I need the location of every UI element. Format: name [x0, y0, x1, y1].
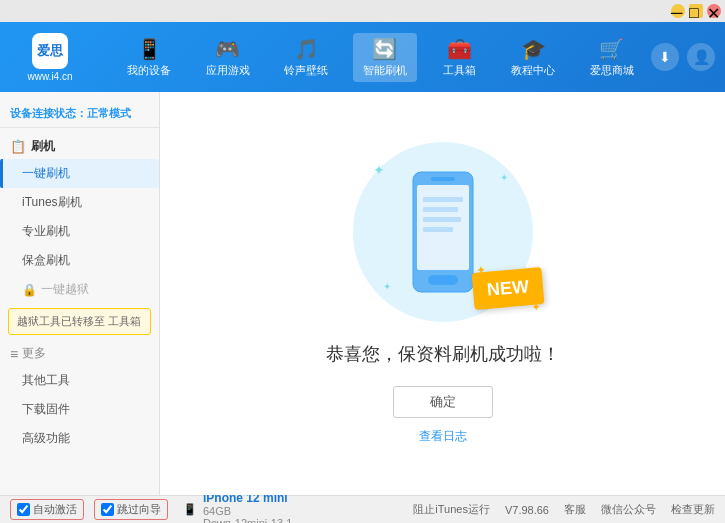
device-info: 📱 iPhone 12 mini 64GB Down-12mini-13,1: [183, 491, 292, 524]
main-area: 设备连接状态：正常模式 📋 刷机 一键刷机 iTunes刷机 专业刷机 保盒刷机…: [0, 92, 725, 495]
nav-my-device[interactable]: 📱 我的设备: [117, 33, 181, 82]
skip-guide-checkbox[interactable]: 跳过向导: [94, 499, 168, 520]
nav-items: 📱 我的设备 🎮 应用游戏 🎵 铃声壁纸 🔄 智能刷机 🧰 工具箱 🎓 教程中心…: [110, 33, 651, 82]
flash-section-label: 刷机: [31, 138, 55, 155]
shop-icon: 🛒: [599, 37, 624, 61]
apps-games-icon: 🎮: [215, 37, 240, 61]
device-phone-icon: 📱: [183, 503, 197, 516]
content-area: ✦ ✦ ✦: [160, 92, 725, 495]
svg-rect-4: [423, 197, 463, 202]
nav-tutorials-label: 教程中心: [511, 63, 555, 78]
nav-ringtones-label: 铃声壁纸: [284, 63, 328, 78]
nav-toolbox-label: 工具箱: [443, 63, 476, 78]
nav-tutorials[interactable]: 🎓 教程中心: [501, 33, 565, 82]
account-btn[interactable]: 👤: [687, 43, 715, 71]
auto-connect-label: 自动激活: [33, 502, 77, 517]
download-btn[interactable]: ⬇: [651, 43, 679, 71]
svg-rect-5: [423, 207, 458, 212]
sparkle-top-right: ✦: [500, 172, 508, 183]
one-click-flash-label: 一键刷机: [22, 166, 70, 180]
svg-rect-7: [423, 227, 453, 232]
bottom-right: 阻止iTunes运行 V7.98.66 客服 微信公众号 检查更新: [413, 502, 715, 517]
stop-itunes-label[interactable]: 阻止iTunes运行: [413, 502, 490, 517]
sidebar-item-advanced[interactable]: 高级功能: [0, 424, 159, 453]
download-firmware-label: 下载固件: [22, 402, 70, 416]
nav-smart-flash-label: 智能刷机: [363, 63, 407, 78]
skip-guide-input[interactable]: [101, 503, 114, 516]
nav-my-device-label: 我的设备: [127, 63, 171, 78]
tutorials-icon: 🎓: [521, 37, 546, 61]
device-capacity: 64GB: [203, 505, 292, 517]
success-message: 恭喜您，保资料刷机成功啦！: [326, 342, 560, 366]
logo-icon: 爱思: [32, 33, 68, 69]
nav-smart-flash[interactable]: 🔄 智能刷机: [353, 33, 417, 82]
advanced-label: 高级功能: [22, 431, 70, 445]
sidebar-item-download-firmware[interactable]: 下载固件: [0, 395, 159, 424]
sidebar-item-pro-flash[interactable]: 专业刷机: [0, 217, 159, 246]
svg-rect-6: [423, 217, 461, 222]
pro-flash-label: 专业刷机: [22, 224, 70, 238]
sparkle-bottom-left: ✦: [383, 281, 391, 292]
lock-icon: 🔒: [22, 283, 37, 297]
sidebar-item-one-click-flash[interactable]: 一键刷机: [0, 159, 159, 188]
new-badge-text: NEW: [486, 276, 530, 300]
nav-shop[interactable]: 🛒 爱思商城: [580, 33, 644, 82]
save-flash-label: 保盒刷机: [22, 253, 70, 267]
bottom-bar: 自动激活 跳过向导 📱 iPhone 12 mini 64GB Down-12m…: [0, 495, 725, 523]
support-link[interactable]: 客服: [564, 502, 586, 517]
phone-illustration: [403, 167, 483, 297]
view-log-link[interactable]: 查看日志: [419, 428, 467, 445]
maximize-btn[interactable]: □: [689, 4, 703, 18]
sparkle-top-left: ✦: [373, 162, 385, 178]
header-actions: ⬇ 👤: [651, 43, 715, 71]
nav-apps-games[interactable]: 🎮 应用游戏: [196, 33, 260, 82]
logo-text: 爱思: [37, 42, 63, 60]
sidebar-item-other-tools[interactable]: 其他工具: [0, 366, 159, 395]
wechat-link[interactable]: 微信公众号: [601, 502, 656, 517]
flash-section-icon: 📋: [10, 139, 26, 154]
other-tools-label: 其他工具: [22, 373, 70, 387]
device-details: iPhone 12 mini 64GB Down-12mini-13,1: [203, 491, 292, 524]
close-btn[interactable]: ✕: [707, 4, 721, 18]
notice-text: 越狱工具已转移至 工具箱: [17, 315, 141, 327]
confirm-button[interactable]: 确定: [393, 386, 493, 418]
title-bar: ─ □ ✕: [0, 0, 725, 22]
sidebar-item-jailbreak: 🔒 一键越狱: [0, 275, 159, 304]
toolbox-icon: 🧰: [447, 37, 472, 61]
auto-connect-checkbox[interactable]: 自动激活: [10, 499, 84, 520]
auto-connect-input[interactable]: [17, 503, 30, 516]
svg-rect-2: [428, 275, 458, 285]
status-value: 正常模式: [87, 107, 131, 119]
sidebar-item-save-flash[interactable]: 保盒刷机: [0, 246, 159, 275]
more-section-label: 更多: [22, 345, 46, 362]
minimize-btn[interactable]: ─: [671, 4, 685, 18]
sidebar-notice: 越狱工具已转移至 工具箱: [8, 308, 151, 335]
sidebar: 设备连接状态：正常模式 📋 刷机 一键刷机 iTunes刷机 专业刷机 保盒刷机…: [0, 92, 160, 495]
header: 爱思 www.i4.cn 📱 我的设备 🎮 应用游戏 🎵 铃声壁纸 🔄 智能刷机…: [0, 22, 725, 92]
logo-subtitle: www.i4.cn: [27, 71, 72, 82]
smart-flash-icon: 🔄: [372, 37, 397, 61]
jailbreak-label: 一键越狱: [41, 281, 89, 298]
phone-circle: ✦ ✦ ✦: [353, 142, 533, 322]
nav-apps-games-label: 应用游戏: [206, 63, 250, 78]
ringtones-icon: 🎵: [294, 37, 319, 61]
connection-status: 设备连接状态：正常模式: [0, 100, 159, 128]
check-update-link[interactable]: 检查更新: [671, 502, 715, 517]
svg-rect-3: [431, 177, 455, 181]
more-section-title: 更多: [0, 339, 159, 366]
skip-guide-label: 跳过向导: [117, 502, 161, 517]
new-badge: NEW: [471, 267, 544, 310]
sidebar-item-itunes-flash[interactable]: iTunes刷机: [0, 188, 159, 217]
logo-area: 爱思 www.i4.cn: [10, 33, 90, 82]
device-version: Down-12mini-13,1: [203, 517, 292, 524]
status-label: 设备连接状态：: [10, 107, 87, 119]
itunes-flash-label: iTunes刷机: [22, 195, 82, 209]
nav-shop-label: 爱思商城: [590, 63, 634, 78]
bottom-left: 自动激活 跳过向导 📱 iPhone 12 mini 64GB Down-12m…: [10, 491, 413, 524]
nav-toolbox[interactable]: 🧰 工具箱: [432, 33, 487, 82]
illustration: ✦ ✦ ✦: [353, 142, 533, 322]
my-device-icon: 📱: [137, 37, 162, 61]
confirm-button-label: 确定: [430, 393, 456, 411]
nav-ringtones[interactable]: 🎵 铃声壁纸: [274, 33, 338, 82]
flash-section-title: 📋 刷机: [0, 134, 159, 159]
